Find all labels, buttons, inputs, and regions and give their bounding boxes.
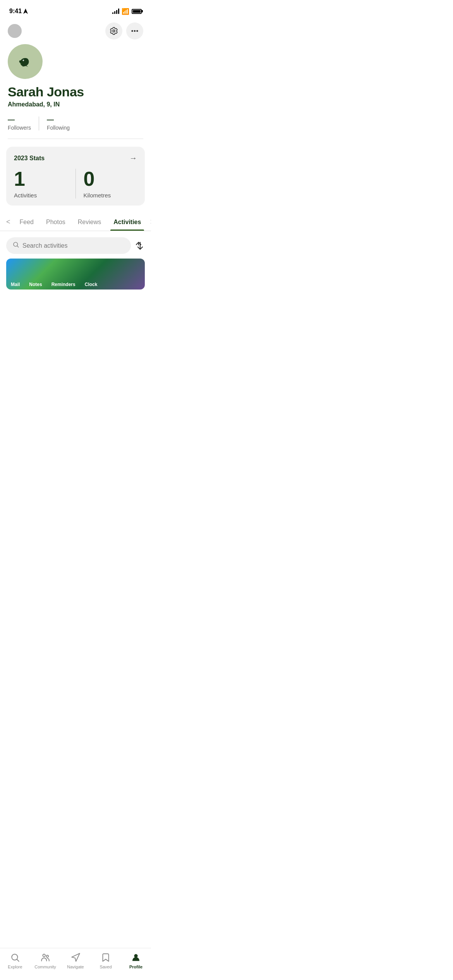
svg-point-4 [137, 31, 137, 31]
tab-feed[interactable]: Feed [14, 214, 40, 230]
sort-button[interactable] [136, 241, 145, 250]
svg-line-9 [17, 246, 18, 247]
avatar [8, 44, 43, 79]
stats-card-title: 2023 Stats [14, 155, 45, 162]
section-divider [8, 139, 143, 139]
stats-divider [76, 169, 76, 199]
kilometres-label: Kilometres [84, 192, 137, 199]
following-stat[interactable]: — Following [47, 116, 70, 131]
search-section [0, 231, 151, 259]
status-time: 9:41 [9, 8, 28, 15]
stats-card-header: 2023 Stats → [14, 154, 137, 163]
social-stats: — Followers — Following [8, 116, 143, 131]
signal-icon [112, 9, 119, 14]
avatar-image [14, 50, 37, 73]
kilometres-stat: 0 Kilometres [84, 169, 137, 199]
svg-point-6 [23, 60, 24, 61]
tab-prev-arrow[interactable]: < [3, 213, 14, 231]
followers-stat[interactable]: — Followers [8, 116, 31, 131]
social-divider [39, 117, 39, 130]
more-icon [130, 27, 139, 35]
preview-notes: Notes [24, 279, 46, 290]
profile-location: Ahmedabad, 9, IN [8, 101, 143, 108]
activities-label: Activities [14, 192, 68, 199]
battery-icon [132, 9, 142, 14]
activities-stat: 1 Activities [14, 169, 68, 199]
following-count: — [47, 116, 70, 124]
stats-grid: 1 Activities 0 Kilometres [14, 169, 137, 199]
preview-mail: Mail [6, 279, 24, 290]
status-bar: 9:41 📶 [0, 0, 151, 19]
search-icon [12, 241, 19, 250]
profile-section: Sarah Jonas Ahmedabad, 9, IN — Followers… [0, 44, 151, 131]
svg-point-7 [24, 60, 24, 61]
tab-photos[interactable]: Photos [40, 214, 72, 230]
tabs-container: < Feed Photos Reviews Activities > [0, 213, 151, 231]
back-button[interactable] [8, 24, 22, 38]
search-bar[interactable] [6, 237, 131, 254]
kilometres-value: 0 [84, 169, 137, 189]
preview-clock: Clock [80, 279, 102, 290]
followers-count: — [8, 116, 31, 124]
activities-value: 1 [14, 169, 68, 189]
settings-button[interactable] [105, 22, 122, 39]
search-input[interactable] [22, 242, 125, 249]
stats-arrow-button[interactable]: → [129, 154, 137, 163]
more-button[interactable] [126, 22, 143, 39]
svg-point-2 [132, 31, 132, 31]
header-actions [105, 22, 143, 39]
stats-card: 2023 Stats → 1 Activities 0 Kilometres [6, 147, 145, 206]
preview-reminders: Reminders [47, 279, 80, 290]
followers-label: Followers [8, 125, 31, 131]
following-label: Following [47, 125, 70, 131]
profile-name: Sarah Jonas [8, 84, 143, 99]
location-arrow-icon [23, 9, 28, 14]
tab-reviews[interactable]: Reviews [72, 214, 107, 230]
wifi-icon: 📶 [122, 8, 129, 15]
tab-activities[interactable]: Activities [107, 214, 147, 230]
svg-point-3 [134, 31, 135, 31]
content-preview: Mail Notes Reminders Clock [6, 259, 145, 290]
svg-point-1 [113, 30, 115, 32]
tabs-row: < Feed Photos Reviews Activities > [0, 213, 151, 231]
time-display: 9:41 [9, 8, 22, 15]
tab-next-arrow[interactable]: > [147, 213, 151, 231]
gear-icon [110, 27, 118, 35]
header [0, 19, 151, 44]
sort-icon [136, 241, 145, 250]
status-icons: 📶 [112, 8, 142, 15]
